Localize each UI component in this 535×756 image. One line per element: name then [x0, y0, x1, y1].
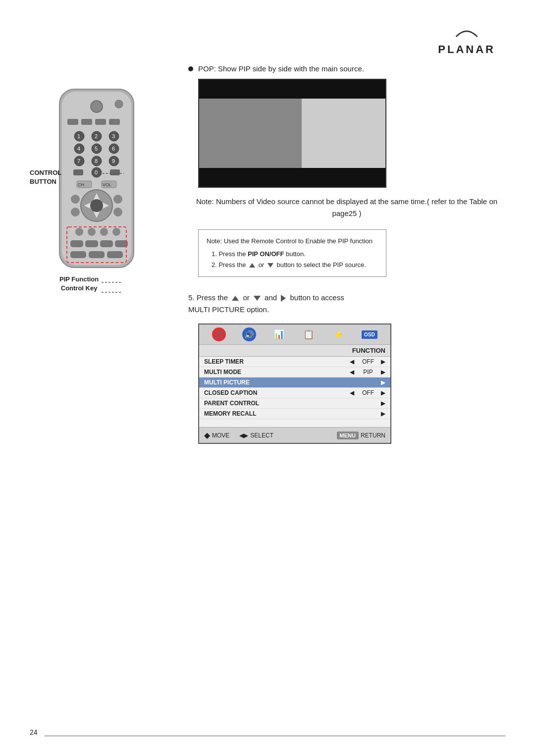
planar-logo-icon [452, 25, 482, 40]
svg-rect-54 [107, 251, 123, 258]
logo-area: PLANAR [438, 25, 495, 56]
note-box-step1: 1. Press the PIP ON/OFF button. [212, 249, 378, 260]
svg-point-43 [113, 208, 122, 216]
osd-row-closed-caption: CLOSED CAPTION ◀ OFF ▶ [199, 388, 390, 398]
select-label: SELECT [250, 432, 273, 439]
step5-text: 5. Press the or and button to access MUL… [188, 292, 505, 316]
svg-text:2: 2 [95, 133, 98, 139]
osd-icon-star: ⭐ [332, 327, 346, 341]
pop-left-dark [199, 99, 302, 168]
svg-text:5: 5 [95, 146, 98, 152]
osd-row-multi-picture: MULTI PICTURE ▶ [199, 378, 390, 388]
osd-icon-red: 🎵 [212, 327, 226, 341]
osd-row-value-multi: PIP [358, 369, 378, 376]
move-diamond-icon: ◆ [204, 431, 210, 440]
svg-text:CH: CH [78, 182, 84, 187]
osd-row-arrow-right-closed: ▶ [381, 389, 385, 396]
note-box: Note: Used the Remote Control to Enable … [198, 229, 386, 277]
svg-rect-7 [109, 119, 120, 125]
step5-and-text: and [265, 293, 277, 302]
svg-rect-48 [70, 240, 83, 247]
step5-triangle-down-icon [254, 296, 261, 301]
osd-header-function: FUNCTION [352, 347, 385, 354]
osd-row-label-multi-picture: MULTI PICTURE [204, 379, 381, 386]
content-area: POP: Show PIP side by side with the main… [188, 64, 505, 444]
svg-rect-53 [89, 251, 105, 258]
svg-rect-50 [100, 240, 113, 247]
osd-row-label-sleep: SLEEP TIMER [204, 358, 350, 365]
osd-row-label-memory: MEMORY RECALL [204, 410, 381, 417]
control-button-label: CONTROL BUTTON [30, 168, 61, 186]
osd-footer: ◆ MOVE ◀▶ SELECT MENU RETURN [199, 427, 390, 443]
svg-point-40 [71, 195, 80, 204]
return-label: RETURN [361, 432, 385, 439]
pop-middle [199, 99, 385, 168]
osd-row-label-parent: PARENT CONTROL [204, 400, 381, 407]
osd-row-label-closed: CLOSED CAPTION [204, 389, 350, 396]
osd-row-label-multi: MULTI MODE [204, 369, 350, 376]
page-line [45, 736, 505, 736]
svg-rect-4 [67, 119, 78, 125]
osd-header-row: FUNCTION [199, 345, 390, 357]
pop-top-bar [199, 80, 385, 99]
osd-row-arrow-right-sleep: ▶ [381, 358, 385, 365]
svg-point-42 [71, 208, 80, 216]
bullet-pop-item: POP: Show PIP side by side with the main… [188, 64, 505, 73]
svg-text:0: 0 [95, 169, 98, 175]
osd-icon-blue: 🔊 [242, 327, 256, 341]
svg-text:VOL: VOL [103, 182, 111, 187]
svg-point-39 [90, 199, 103, 212]
triangle-down-icon [268, 263, 273, 268]
osd-spacer [199, 419, 390, 427]
osd-icons-row: 🎵 🔊 📊 📋 ⭐ OSD [199, 324, 390, 345]
osd-row-sleep-timer: SLEEP TIMER ◀ OFF ▶ [199, 357, 390, 367]
note-box-step2: 2. Press the or button to select the PIP… [212, 260, 378, 270]
svg-rect-26 [73, 169, 83, 175]
svg-text:7: 7 [77, 158, 80, 164]
osd-footer-return: MENU RETURN [337, 432, 385, 439]
osd-footer-select: ◀▶ SELECT [239, 432, 273, 439]
triangle-up-icon [249, 263, 255, 268]
pop-right-light [302, 99, 385, 168]
svg-point-3 [115, 100, 123, 108]
osd-menu: 🎵 🔊 📊 📋 ⭐ OSD FUNCTION SLEEP TIMER ◀ OFF… [198, 324, 391, 444]
osd-row-arrow-left-sleep: ◀ [350, 358, 354, 365]
pop-diagram [198, 79, 386, 188]
osd-icon-osd: OSD [362, 330, 377, 339]
remote-control-svg: 1 2 3 4 5 6 7 8 9 0 CH VOL [50, 84, 144, 277]
menu-button: MENU [337, 432, 359, 439]
osd-row-value-closed: OFF [358, 389, 378, 396]
bullet-dot [188, 66, 193, 71]
move-label: MOVE [212, 432, 229, 439]
svg-text:8: 8 [95, 158, 98, 164]
note-box-title: Note: Used the Remote Control to Enable … [207, 236, 378, 247]
osd-row-memory-recall: MEMORY RECALL ▶ [199, 409, 390, 419]
page-number: 24 [30, 728, 38, 736]
pop-bottom-bar [199, 168, 385, 187]
svg-rect-49 [85, 240, 98, 247]
step5-triangle-up-icon [232, 296, 239, 301]
pip-function-label: PIP Function Control Key [59, 275, 99, 293]
svg-rect-5 [81, 119, 92, 125]
osd-icon-bar: 📊 [272, 327, 286, 341]
osd-row-arrow-right-multi: ▶ [381, 369, 385, 376]
svg-text:6: 6 [112, 146, 115, 152]
osd-row-value-sleep: OFF [358, 358, 378, 365]
osd-row-arrow-right-memory: ▶ [381, 410, 385, 417]
pip-label-line [102, 280, 131, 295]
osd-row-parent-control: PARENT CONTROL ▶ [199, 398, 390, 409]
svg-rect-52 [70, 251, 86, 258]
svg-text:9: 9 [112, 158, 115, 164]
svg-rect-1 [62, 92, 131, 265]
svg-rect-6 [95, 119, 106, 125]
svg-point-41 [113, 195, 122, 204]
svg-point-45 [88, 228, 96, 236]
osd-row-multi-mode: MULTI MODE ◀ PIP ▶ [199, 367, 390, 378]
osd-row-arrow-right-picture: ▶ [381, 379, 385, 386]
select-lr-icon: ◀▶ [239, 432, 248, 439]
osd-row-arrow-left-closed: ◀ [350, 389, 354, 396]
note-text: Note: Numbers of Video source cannot be … [188, 196, 505, 219]
bullet-pop-text: POP: Show PIP side by side with the main… [198, 64, 364, 73]
svg-text:4: 4 [77, 146, 80, 152]
svg-point-47 [112, 228, 120, 236]
